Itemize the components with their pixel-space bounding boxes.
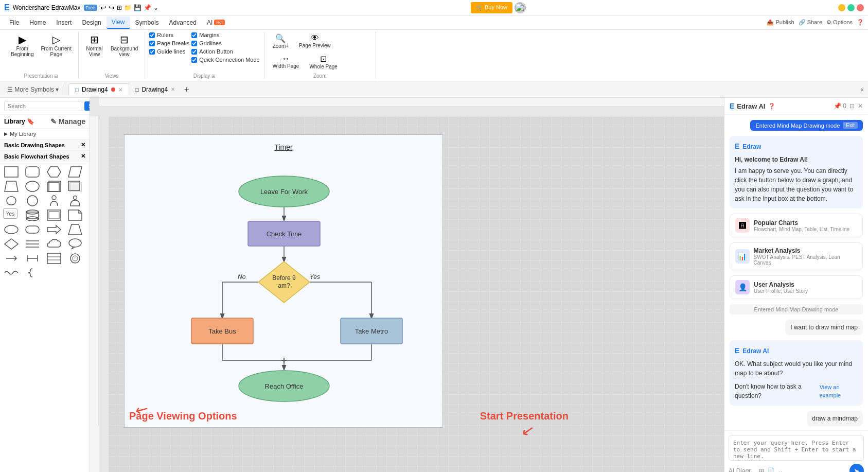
- shape-list[interactable]: [46, 252, 62, 265]
- tab-close-2[interactable]: ✕: [171, 86, 175, 92]
- shape-oval[interactable]: [24, 180, 41, 193]
- shape-wave[interactable]: [3, 266, 20, 279]
- ai-close-icon[interactable]: ✕: [858, 102, 863, 110]
- undo-btn[interactable]: ↩: [100, 4, 107, 12]
- shape-shadow-rect[interactable]: [67, 180, 83, 193]
- menu-ai[interactable]: AI Hot: [202, 17, 230, 28]
- margins-check[interactable]: Margins: [191, 32, 259, 38]
- basic-drawing-section[interactable]: Basic Drawing Shapes ✕: [0, 139, 90, 151]
- share-btn[interactable]: 🔗 Share: [799, 19, 822, 26]
- basic-flowchart-close[interactable]: ✕: [81, 153, 85, 160]
- page-breaks-check[interactable]: Page Breaks: [149, 40, 189, 46]
- action-btn-check[interactable]: Action Button: [191, 48, 259, 55]
- view-example-link[interactable]: View an example: [820, 383, 858, 400]
- tab-add-btn[interactable]: +: [181, 85, 192, 94]
- shape-bracket[interactable]: [24, 252, 41, 265]
- menu-home[interactable]: Home: [24, 17, 51, 28]
- shape-curly[interactable]: [24, 266, 41, 279]
- pin-btn[interactable]: 📌: [144, 4, 151, 12]
- search-button[interactable]: Search: [84, 101, 90, 111]
- save-btn[interactable]: 💾: [134, 4, 141, 12]
- menu-file[interactable]: File: [4, 17, 24, 28]
- basic-flowchart-section[interactable]: Basic Flowchart Shapes ✕: [0, 151, 90, 162]
- ai-pin-icon[interactable]: 📌 0: [834, 102, 846, 110]
- shape-double-rect[interactable]: [46, 180, 62, 193]
- my-library-item[interactable]: ▶ My Library: [0, 129, 90, 139]
- shape-rounded-rect[interactable]: [24, 165, 41, 178]
- tab-drawing4-active[interactable]: □ Drawing4 ✕: [68, 83, 129, 95]
- ai-help-icon[interactable]: ❓: [768, 103, 775, 110]
- shape-callout[interactable]: [67, 237, 83, 250]
- collapse-panel-btn[interactable]: «: [860, 86, 864, 93]
- help-btn[interactable]: ❓: [857, 19, 864, 26]
- zoom-plus-btn[interactable]: 🔍 Zoom+: [269, 32, 293, 50]
- ai-input-field[interactable]: [729, 435, 864, 461]
- shape-frame[interactable]: [46, 208, 62, 221]
- shape-diamond[interactable]: [3, 237, 20, 250]
- shape-note[interactable]: [67, 208, 83, 221]
- shape-connector1[interactable]: [3, 252, 20, 265]
- ai-card-market-analysis[interactable]: 📊 Market Analysis SWOT Analysis, PEST An…: [730, 242, 863, 270]
- shape-cylinder[interactable]: [24, 208, 41, 221]
- redo-btn[interactable]: ↪: [109, 4, 115, 12]
- minimize-btn[interactable]: [838, 4, 845, 11]
- shape-yes[interactable]: Yes: [3, 208, 17, 219]
- guide-lines-check[interactable]: Guide lines: [149, 48, 189, 55]
- ai-input-expand-icon[interactable]: ⌄: [778, 467, 783, 472]
- page-preview-btn[interactable]: 👁 Page Preview: [295, 32, 335, 50]
- tab-close-active[interactable]: ✕: [118, 87, 122, 93]
- shape-user[interactable]: [67, 194, 83, 207]
- ai-card-user-analysis[interactable]: 👤 User Analysis User Profile, User Story: [730, 275, 863, 299]
- menu-symbols[interactable]: Symbols: [130, 17, 164, 28]
- shape-star[interactable]: [67, 252, 83, 265]
- maximize-btn[interactable]: [847, 4, 855, 11]
- search-input[interactable]: [4, 101, 82, 111]
- shape-hexagon[interactable]: [46, 165, 62, 178]
- library-manage[interactable]: ✎ Manage: [50, 117, 85, 126]
- more-symbols-btn[interactable]: ☰ More Symbols ▾: [4, 84, 62, 95]
- shape-lines[interactable]: [24, 237, 41, 250]
- shape-trapezoid[interactable]: [3, 180, 20, 193]
- shape-trapezoid2[interactable]: [67, 223, 83, 236]
- publish-btn[interactable]: 📤 Publish: [767, 19, 794, 26]
- from-beginning-btn[interactable]: ▶ FromBeginning: [8, 32, 36, 59]
- shape-arrow[interactable]: [46, 223, 62, 236]
- menu-insert[interactable]: Insert: [51, 17, 77, 28]
- close-btn[interactable]: [857, 4, 864, 11]
- menu-advanced[interactable]: Advanced: [164, 17, 202, 28]
- ai-send-button[interactable]: ➤: [849, 464, 864, 472]
- ai-notification-exit-btn[interactable]: Exit: [843, 122, 858, 129]
- quick-conn-check[interactable]: Quick Connection Mode: [191, 57, 259, 63]
- ai-input-icon1[interactable]: ⊞: [759, 467, 764, 472]
- basic-drawing-close[interactable]: ✕: [81, 142, 85, 148]
- shape-stadium[interactable]: [3, 194, 20, 207]
- folder-btn[interactable]: 📁: [124, 4, 132, 12]
- whole-page-btn[interactable]: ⊡ Whole Page: [305, 53, 341, 71]
- normal-view-btn[interactable]: ⊞ NormalView: [83, 32, 106, 59]
- ai-input-icon2[interactable]: 📄: [767, 467, 775, 472]
- new-window-btn[interactable]: ⊞: [117, 4, 122, 12]
- shape-oval2[interactable]: [3, 223, 20, 236]
- from-current-btn[interactable]: ▷ From CurrentPage: [38, 32, 74, 59]
- drawing-canvas[interactable]: Timer: [124, 134, 443, 428]
- background-view-btn[interactable]: ⊟ Backgroundview: [108, 32, 140, 59]
- shape-circle[interactable]: [24, 194, 41, 207]
- tab-drawing4-2[interactable]: □ Drawing4 ✕: [129, 84, 181, 95]
- more-btn[interactable]: ⌄: [153, 4, 158, 12]
- ai-card-popular-charts[interactable]: 🅰 Popular Charts Flowchart, Mind Map, Ta…: [730, 214, 863, 237]
- menu-view[interactable]: View: [107, 16, 130, 29]
- ai-expand-icon[interactable]: ⊡: [849, 102, 855, 110]
- shape-parallelogram[interactable]: [67, 165, 83, 178]
- user-avatar[interactable]: [515, 2, 526, 13]
- shape-rounded-rect2[interactable]: [24, 223, 41, 236]
- options-btn[interactable]: ⚙ Options: [826, 19, 853, 26]
- shape-person[interactable]: [46, 194, 62, 207]
- shape-cloud[interactable]: [46, 237, 62, 250]
- buy-now-button[interactable]: 🛒 Buy Now: [471, 2, 512, 13]
- shape-rect[interactable]: [3, 165, 20, 178]
- page-width-btn[interactable]: ↔ Width Page: [269, 53, 304, 71]
- gridlines-check[interactable]: Gridlines: [191, 40, 259, 46]
- canvas-wrapper[interactable]: Timer: [109, 116, 724, 472]
- menu-design[interactable]: Design: [77, 17, 106, 28]
- rulers-check[interactable]: Rulers: [149, 32, 189, 38]
